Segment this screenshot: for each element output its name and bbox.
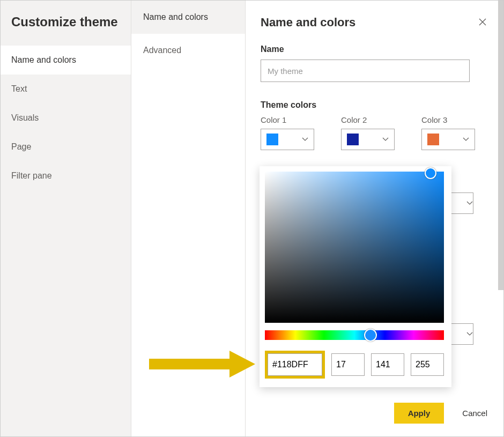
green-input[interactable] [371, 353, 404, 376]
sidebar-item-name-colors[interactable]: Name and colors [1, 46, 131, 75]
dialog-footer: Apply Cancel [246, 392, 503, 436]
scrollbar[interactable] [498, 1, 503, 290]
color-picker [260, 166, 451, 387]
chevron-down-icon [302, 136, 308, 143]
hue-thumb[interactable] [364, 329, 377, 342]
close-button[interactable] [477, 16, 488, 29]
color-2-label: Color 2 [341, 115, 395, 124]
panel-title: Name and colors [261, 16, 355, 29]
category-sidebar: Customize theme Name and colors Text Vis… [1, 1, 131, 436]
color-slot-1: Color 1 [261, 115, 314, 150]
sidebar-item-text[interactable]: Text [1, 75, 131, 103]
sidebar-item-filter-pane[interactable]: Filter pane [1, 161, 131, 190]
annotation-arrow [149, 351, 256, 380]
sub-item-name-colors[interactable]: Name and colors [131, 1, 245, 34]
color-3-dropdown[interactable] [421, 129, 475, 150]
color-2-dropdown[interactable] [341, 129, 395, 150]
hex-input[interactable] [268, 353, 322, 376]
chevron-down-icon [463, 136, 469, 143]
color-3-swatch [427, 134, 439, 145]
hex-highlight [265, 351, 325, 379]
hue-slider[interactable] [265, 330, 444, 340]
svg-rect-0 [149, 359, 229, 369]
color-2-swatch [347, 134, 359, 145]
customize-theme-dialog: Customize theme Name and colors Text Vis… [0, 0, 504, 437]
apply-button[interactable]: Apply [394, 403, 444, 424]
chevron-down-icon [466, 200, 473, 206]
color-3-label: Color 3 [421, 115, 475, 124]
sub-item-advanced[interactable]: Advanced [131, 34, 245, 67]
sidebar-item-visuals[interactable]: Visuals [1, 103, 131, 132]
blue-input[interactable] [411, 353, 444, 376]
saturation-value-panel[interactable] [265, 172, 444, 323]
theme-name-input[interactable] [261, 60, 470, 82]
svg-marker-1 [229, 351, 255, 377]
color-1-dropdown[interactable] [261, 129, 314, 150]
color-1-swatch [266, 134, 278, 145]
theme-colors-label: Theme colors [261, 100, 488, 110]
name-label: Name [261, 45, 488, 54]
dialog-title: Customize theme [1, 1, 131, 46]
color-slot-2: Color 2 [341, 115, 395, 150]
color-slot-3: Color 3 [421, 115, 475, 150]
color-1-label: Color 1 [261, 115, 314, 124]
sidebar-item-page[interactable]: Page [1, 132, 131, 161]
red-input[interactable] [331, 353, 365, 376]
chevron-down-icon [382, 136, 389, 143]
cancel-button[interactable]: Cancel [462, 409, 487, 418]
close-icon [479, 17, 486, 28]
chevron-down-icon [466, 331, 473, 337]
sv-thumb[interactable] [425, 167, 436, 179]
